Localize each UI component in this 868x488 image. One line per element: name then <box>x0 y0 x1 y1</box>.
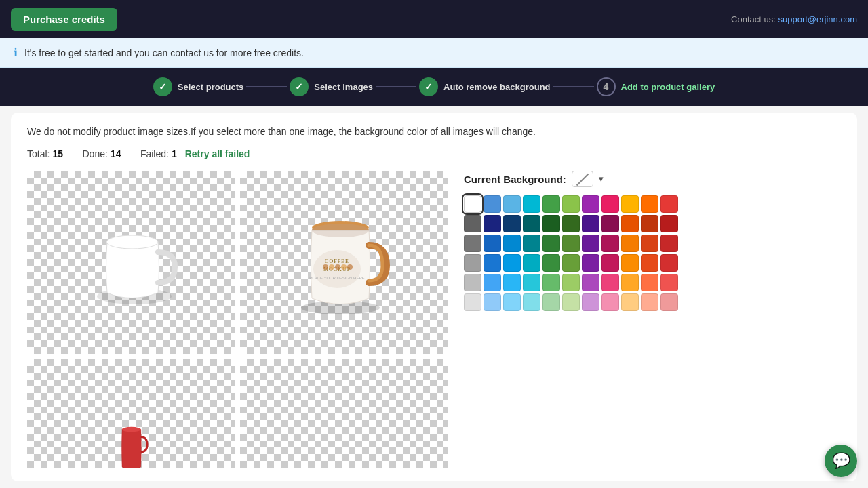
notice-text: We do not modify product image sizes.If … <box>27 126 841 137</box>
color-swatch[interactable] <box>542 254 560 272</box>
chat-bubble[interactable]: 💬 <box>825 445 857 477</box>
total-label: Total: <box>27 148 50 159</box>
color-swatch[interactable] <box>582 215 599 232</box>
color-swatch[interactable] <box>601 195 619 213</box>
svg-text:COFFEE: COFFEE <box>325 258 349 264</box>
color-swatch[interactable] <box>523 215 540 232</box>
mug-coffee-svg: COFFEE MOCKUP PLACE YOUR DESIGN HERE <box>273 198 415 327</box>
color-swatch[interactable] <box>621 195 639 213</box>
svg-point-5 <box>312 224 369 237</box>
color-swatch[interactable] <box>641 195 658 213</box>
color-row-2 <box>464 215 841 232</box>
color-swatch[interactable] <box>503 274 521 291</box>
color-swatch[interactable] <box>542 235 560 252</box>
color-swatch[interactable] <box>641 274 658 291</box>
image-cell-2: COFFEE MOCKUP PLACE YOUR DESIGN HERE <box>240 171 448 354</box>
color-swatch[interactable] <box>641 254 658 272</box>
color-swatch[interactable] <box>660 274 678 291</box>
color-swatch[interactable] <box>523 195 540 213</box>
color-swatch[interactable] <box>582 274 599 291</box>
color-swatch[interactable] <box>660 195 678 213</box>
color-swatch[interactable] <box>562 215 580 232</box>
color-swatch[interactable] <box>464 215 481 232</box>
color-swatch[interactable] <box>562 293 580 311</box>
color-swatch[interactable] <box>621 215 639 232</box>
color-swatch[interactable] <box>523 274 540 291</box>
color-swatch[interactable] <box>464 235 481 252</box>
color-swatch[interactable] <box>582 195 599 213</box>
color-swatch[interactable] <box>582 235 599 252</box>
color-swatch[interactable] <box>621 235 639 252</box>
svg-point-1 <box>106 235 158 249</box>
color-swatch[interactable] <box>523 254 540 272</box>
color-swatch[interactable] <box>601 274 619 291</box>
color-swatch[interactable] <box>582 254 599 272</box>
contact-email[interactable]: support@erjinn.com <box>778 14 857 24</box>
header: Purchase credits Contact us: support@erj… <box>0 0 868 38</box>
svg-point-15 <box>122 427 141 432</box>
purchase-credits-button[interactable]: Purchase credits <box>11 8 117 30</box>
color-swatch[interactable] <box>542 274 560 291</box>
color-panel: Current Background: ▾ <box>464 171 841 468</box>
color-swatch[interactable] <box>660 215 678 232</box>
chat-icon: 💬 <box>832 452 850 470</box>
bg-dropdown-arrow[interactable]: ▾ <box>599 174 603 184</box>
color-swatch[interactable] <box>641 235 658 252</box>
color-swatch[interactable] <box>484 274 501 291</box>
svg-point-13 <box>347 264 353 270</box>
retry-all-failed-link[interactable]: Retry all failed <box>185 148 250 159</box>
color-swatch[interactable] <box>503 293 521 311</box>
color-swatch[interactable] <box>562 235 580 252</box>
color-swatch[interactable] <box>503 195 521 213</box>
color-swatch[interactable] <box>621 254 639 272</box>
color-swatch[interactable] <box>523 235 540 252</box>
color-swatch[interactable] <box>641 215 658 232</box>
step-2-circle: ✓ <box>290 77 309 96</box>
stats-row: Total: 15 Done: 14 Failed: 1 Retry all f… <box>27 148 841 160</box>
color-swatch[interactable] <box>641 293 658 311</box>
svg-point-9 <box>323 264 328 270</box>
color-swatch[interactable] <box>601 254 619 272</box>
color-swatch[interactable] <box>621 274 639 291</box>
color-swatch[interactable] <box>523 293 540 311</box>
color-swatch[interactable] <box>542 293 560 311</box>
main-area: We do not modify product image sizes.If … <box>0 106 868 488</box>
color-swatch[interactable] <box>503 254 521 272</box>
color-swatch[interactable] <box>621 293 639 311</box>
color-swatch[interactable] <box>562 254 580 272</box>
color-swatch[interactable] <box>484 195 501 213</box>
color-swatch[interactable] <box>484 215 501 232</box>
color-swatch[interactable] <box>464 293 481 311</box>
failed-num: 1 <box>172 148 177 159</box>
svg-point-11 <box>335 264 340 270</box>
image-grid: COFFEE MOCKUP PLACE YOUR DESIGN HERE <box>27 171 448 468</box>
color-swatch-white[interactable] <box>464 195 481 213</box>
color-swatch[interactable] <box>601 215 619 232</box>
color-swatch[interactable] <box>484 254 501 272</box>
color-swatch[interactable] <box>601 293 619 311</box>
color-swatch[interactable] <box>660 293 678 311</box>
sep1 <box>71 148 74 160</box>
color-swatch[interactable] <box>660 254 678 272</box>
step-1-circle: ✓ <box>153 77 172 96</box>
color-swatch[interactable] <box>562 195 580 213</box>
color-swatch[interactable] <box>542 195 560 213</box>
color-swatch[interactable] <box>601 235 619 252</box>
color-swatch[interactable] <box>562 274 580 291</box>
color-swatch[interactable] <box>484 293 501 311</box>
color-swatch[interactable] <box>464 274 481 291</box>
contact-info: Contact us: support@erjinn.com <box>731 14 857 24</box>
color-swatch[interactable] <box>484 235 501 252</box>
color-swatch[interactable] <box>503 215 521 232</box>
color-swatch[interactable] <box>660 235 678 252</box>
color-swatch[interactable] <box>582 293 599 311</box>
contact-prefix: Contact us: <box>731 14 776 24</box>
step-2: ✓ Select images <box>290 77 373 96</box>
step-2-label: Select images <box>314 82 373 92</box>
color-swatch[interactable] <box>542 215 560 232</box>
mug-white-svg <box>70 208 192 317</box>
main-card: We do not modify product image sizes.If … <box>11 113 857 481</box>
step-3-circle: ✓ <box>419 77 438 96</box>
color-swatch[interactable] <box>503 235 521 252</box>
color-swatch[interactable] <box>464 254 481 272</box>
